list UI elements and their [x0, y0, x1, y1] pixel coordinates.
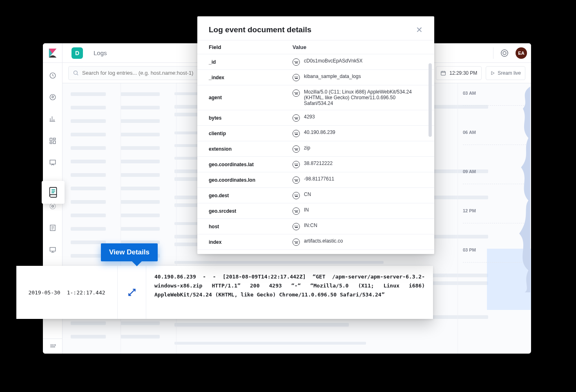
- highlighted-log-row: 2019-05-30 1-:22:17.442 40.190.86.239 - …: [16, 266, 433, 319]
- time-picker[interactable]: 12:29:30 PM: [436, 66, 482, 80]
- field-type-icon: [292, 192, 300, 199]
- flyout-field-value: IN:CN: [304, 223, 423, 228]
- flyout-field-value: zip: [304, 145, 423, 151]
- highlighted-log-timestamp: 2019-05-30 1-:22:17.442: [16, 266, 118, 319]
- svg-point-18: [74, 71, 78, 75]
- minimap-gutter[interactable]: 03 AM06 AM09 AM12 PM03 PM: [458, 83, 531, 354]
- field-type-icon: [292, 130, 300, 137]
- flyout-field-value: CN: [304, 192, 423, 197]
- flyout-row[interactable]: geo.coordinates.lat38.87212222: [197, 157, 434, 172]
- field-type-icon: [292, 207, 300, 215]
- log-details-flyout: Log event document details ✕ Field Value…: [197, 16, 434, 254]
- flyout-field-name: _id: [209, 59, 292, 65]
- flyout-row[interactable]: agentMozilla/5.0 (C11; Linux i686) Apple…: [197, 85, 434, 110]
- nav-visualize[interactable]: [43, 112, 63, 126]
- nav-infrastructure[interactable]: [43, 243, 63, 256]
- flyout-field-value: 40.190.86.239: [304, 129, 423, 135]
- flyout-field-name: geo.coordinates.lat: [209, 162, 292, 167]
- flyout-row[interactable]: hostIN:CN: [197, 219, 434, 234]
- expand-button[interactable]: [118, 266, 146, 319]
- flyout-row[interactable]: geo.coordinates.lon-98.81177611: [197, 172, 434, 188]
- svg-rect-7: [50, 142, 52, 144]
- flyout-field-name: bytes: [209, 115, 292, 121]
- flyout-field-value: 38.87212222: [304, 160, 423, 166]
- field-type-icon: [292, 176, 300, 184]
- field-type-icon: [292, 58, 300, 66]
- flyout-row[interactable]: indexartifacts.elastic.co: [197, 234, 434, 250]
- svg-rect-6: [53, 141, 55, 144]
- svg-rect-8: [50, 160, 56, 164]
- flyout-field-name: geo.srcdest: [209, 208, 292, 214]
- flyout-field-value: -98.81177611: [304, 176, 423, 182]
- close-icon[interactable]: ✕: [416, 26, 423, 34]
- svg-point-3: [50, 94, 56, 100]
- calendar-icon: [440, 70, 446, 76]
- search-icon: [73, 70, 79, 76]
- play-icon: [490, 71, 495, 76]
- flyout-row[interactable]: _indexkibana_sample_data_logs: [197, 70, 434, 85]
- flyout-row[interactable]: _idcD0s1moBvcEpASdVnk5X: [197, 54, 434, 70]
- flyout-field-name: host: [209, 224, 292, 229]
- nav-logs-active[interactable]: [42, 181, 65, 204]
- flyout-field-name: geo.dest: [209, 193, 292, 198]
- flyout-field-name: extension: [209, 146, 292, 152]
- svg-point-10: [51, 205, 54, 207]
- flyout-field-name: clientip: [209, 131, 292, 136]
- svg-rect-4: [50, 138, 52, 141]
- flyout-row[interactable]: geo.srcdestIN: [197, 203, 434, 219]
- flyout-field-value: Mozilla/5.0 (C11; Linux i686) AppleWebKi…: [304, 89, 423, 106]
- flyout-scrollbar[interactable]: [429, 63, 432, 246]
- flyout-field-value: IN: [304, 207, 423, 213]
- highlighted-log-message: 40.190.86.239 - - [2018-08-09T14:22:17.4…: [146, 266, 433, 319]
- flyout-title: Log event document details: [209, 25, 311, 34]
- field-type-icon: [292, 238, 300, 246]
- flyout-field-name: geo.coordinates.lon: [209, 177, 292, 183]
- field-type-icon: [292, 89, 300, 97]
- nav-recently-viewed[interactable]: [43, 69, 63, 82]
- field-type-icon: [292, 114, 300, 122]
- flyout-field-value: cD0s1moBvcEpASdVnk5X: [304, 58, 423, 64]
- flyout-row[interactable]: extensionzip: [197, 141, 434, 157]
- field-type-icon: [292, 74, 300, 81]
- nav-dashboard[interactable]: [43, 134, 63, 147]
- svg-rect-5: [53, 138, 55, 140]
- field-type-icon: [292, 145, 300, 153]
- avatar[interactable]: EA: [516, 47, 527, 59]
- flyout-field-value: artifacts.elastic.co: [304, 238, 423, 244]
- flyout-row[interactable]: geo.destCN: [197, 188, 434, 203]
- minimap-histogram: [508, 87, 530, 292]
- space-selector[interactable]: D: [71, 47, 83, 59]
- col-value-header: Value: [292, 44, 306, 50]
- flyout-field-name: index: [209, 239, 292, 245]
- nav-canvas[interactable]: [43, 156, 63, 169]
- field-type-icon: [292, 223, 300, 230]
- nav-logs[interactable]: [43, 221, 63, 235]
- stream-live-button[interactable]: Sream live: [486, 66, 525, 80]
- flyout-field-value: 4293: [304, 114, 423, 120]
- svg-point-0: [501, 49, 508, 56]
- view-details-tooltip: View Details: [101, 243, 158, 261]
- svg-point-1: [503, 51, 506, 55]
- flyout-field-name: agent: [209, 95, 292, 100]
- field-type-icon: [292, 161, 300, 168]
- svg-rect-12: [50, 247, 56, 251]
- help-icon[interactable]: [500, 49, 509, 58]
- col-field-header: Field: [209, 44, 292, 50]
- flyout-field-name: _index: [209, 75, 292, 80]
- flyout-field-value: kibana_sample_data_logs: [304, 74, 423, 79]
- flyout-row[interactable]: bytes4293: [197, 110, 434, 126]
- flyout-row[interactable]: clientip40.190.86.239: [197, 126, 434, 141]
- flyout-table: Field Value _idcD0s1moBvcEpASdVnk5X_inde…: [197, 40, 434, 250]
- svg-rect-19: [441, 71, 446, 75]
- kibana-logo[interactable]: [43, 43, 63, 63]
- svg-point-9: [50, 203, 56, 209]
- nav-collapse[interactable]: [43, 339, 62, 354]
- nav-discover[interactable]: [43, 90, 63, 104]
